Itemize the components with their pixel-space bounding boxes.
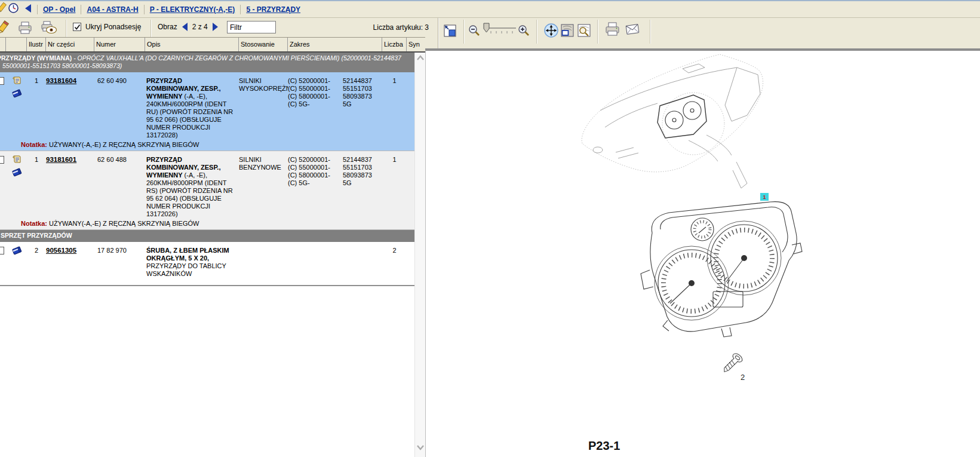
header-liczba: Liczba: [382, 38, 407, 51]
print-image-icon[interactable]: [604, 22, 620, 36]
catalogue-book-icon[interactable]: [11, 167, 22, 179]
catalogue-book-icon[interactable]: [11, 246, 22, 257]
row-checkbox[interactable]: [0, 156, 4, 164]
row-checkbox[interactable]: [0, 77, 4, 85]
divider: [597, 20, 598, 44]
group-header-przyrzady: PRZYRZĄDY (WYMIANA) - OPRÓCZ VAUXHALL'A …: [0, 53, 414, 72]
breadcrumb-link-group[interactable]: 5 - PRZYRZĄDY: [246, 5, 300, 14]
history-clock-icon[interactable]: [8, 2, 19, 16]
quantity-cell: 1: [382, 154, 407, 163]
description-cell: PRZYRZĄD KOMBINOWANY, ZESP., WYMIENNY (-…: [145, 154, 239, 218]
previous-image-icon[interactable]: [182, 23, 188, 31]
zoom-window-icon[interactable]: [577, 23, 591, 38]
group-header-sprzet: SPRZĘT PRZYRZĄDÓW: [0, 230, 414, 242]
zoom-in-icon[interactable]: [517, 24, 531, 38]
parts-table: PRZYRZĄDY (WYMIANA) - OPRÓCZ VAUXHALL'A …: [0, 53, 414, 286]
edit-tool-icon[interactable]: [0, 20, 9, 36]
illustration-number: 1: [27, 75, 46, 84]
part-number-link[interactable]: 90561305: [46, 247, 76, 254]
header-opis: Opis: [145, 38, 239, 51]
divider: [144, 5, 145, 14]
row-note: Notatka: UŻYWANY(-A,-E) Z RĘCZNĄ SKRZYNI…: [0, 218, 414, 229]
header-icons-column: [6, 38, 27, 51]
mail-icon[interactable]: [625, 23, 640, 36]
illustration-panel[interactable]: 1 2 P23-1: [425, 50, 980, 457]
illustration-number: 1: [27, 154, 46, 163]
zoom-region-icon[interactable]: [560, 23, 575, 38]
divider: [240, 5, 241, 14]
header-select-column: [0, 38, 6, 51]
row-note: Notatka: UŻYWANY(-A,-E) Z RĘCZNĄ SKRZYNI…: [0, 139, 414, 151]
back-arrow-icon[interactable]: [24, 4, 32, 16]
callout-1-label: 1: [763, 194, 766, 200]
hide-session-checkbox[interactable]: [73, 23, 81, 31]
catalog-number: 62 60 488: [94, 154, 145, 163]
catalog-number: 17 82 970: [94, 245, 145, 254]
dashboard-sketch: [582, 54, 763, 188]
header-ilustr: Ilustr: [27, 38, 46, 51]
instrument-cluster-drawing: [641, 202, 802, 337]
range-cell: (C) 52000001- (C) 55000001- (C) 58000001…: [288, 75, 382, 108]
catalogue-book-icon[interactable]: [11, 88, 22, 100]
breadcrumb-link-make[interactable]: OP - Opel: [43, 5, 75, 14]
note-scroll-icon[interactable]: [12, 76, 21, 88]
header-nr-czesci: Nr części: [46, 38, 94, 51]
table-row[interactable]: 2 90561305 17 82 970 ŚRUBA, Z ŁBEM PŁASK…: [0, 242, 414, 285]
illustration-number: 2: [27, 245, 46, 254]
description-cell: PRZYRZĄD KOMBINOWANY, ZESP., WYMIENNY (-…: [145, 75, 239, 139]
quantity-cell: 1: [382, 75, 407, 84]
image-nav-label: Obraz: [158, 23, 177, 31]
divider: [650, 20, 650, 44]
note-scroll-icon[interactable]: [12, 155, 21, 167]
header-zakres: Zakres: [288, 38, 382, 51]
print-preview-icon[interactable]: [41, 21, 57, 35]
description-cell: ŚRUBA, Z ŁBEM PŁASKIM OKRĄGŁYM, 5 X 20, …: [145, 245, 239, 278]
zoom-slider[interactable]: [481, 23, 518, 38]
table-row[interactable]: 1 93181604 62 60 490 PRZYRZĄD KOMBINOWAN…: [0, 72, 414, 151]
print-icon[interactable]: [18, 22, 32, 35]
breadcrumb-link-section[interactable]: P - ELEKTRYCZNY(-A,-E): [150, 5, 235, 14]
divider: [438, 18, 438, 48]
header-syn: Syn: [407, 38, 425, 51]
pan-tool-icon[interactable]: [543, 23, 559, 38]
filter-input[interactable]: [227, 21, 276, 33]
scroll-down-icon[interactable]: [416, 444, 425, 450]
catalog-number: 62 60 490: [94, 75, 145, 84]
illustration-page-label: P23-1: [588, 439, 620, 452]
image-position: 2 z 4: [192, 23, 208, 31]
divider: [536, 20, 537, 44]
hide-session-label: Ukryj Ponadsesję: [85, 23, 141, 31]
range-cell: (C) 52000001- (C) 55000001- (C) 58000001…: [288, 154, 382, 187]
breadcrumb-link-model[interactable]: A04 - ASTRA-H: [87, 5, 138, 14]
edit-icon[interactable]: [0, 2, 7, 17]
usage-cell: SILNIKI BENZYNOWE: [239, 154, 288, 171]
next-image-icon[interactable]: [213, 23, 218, 31]
divider: [81, 5, 81, 14]
quantity-cell: 2: [382, 245, 407, 254]
scroll-up-icon[interactable]: [416, 55, 425, 61]
article-count: Liczba artykułu: 3: [322, 23, 429, 32]
table-row[interactable]: 1 93181601 62 60 488 PRZYRZĄD KOMBINOWAN…: [0, 151, 414, 230]
row-checkbox[interactable]: [0, 247, 4, 254]
header-stosowanie: Stosowanie: [239, 38, 288, 51]
fit-to-window-icon[interactable]: [443, 23, 457, 38]
table-scrollbar[interactable]: [414, 50, 425, 457]
divider: [37, 5, 38, 14]
callout-1-marker[interactable]: 1: [760, 193, 769, 201]
usage-cell: SILNIKI WYSOKOPRĘŻNE: [239, 75, 288, 93]
header-numer: Numer: [94, 38, 145, 51]
breadcrumb: OP - Opel A04 - ASTRA-H P - ELEKTRYCZNY(…: [0, 0, 980, 18]
table-header: Ilustr Nr części Numer Opis Stosowanie Z…: [0, 37, 425, 53]
zoom-out-icon[interactable]: [468, 24, 481, 38]
divider: [463, 20, 464, 44]
part-number-link[interactable]: 93181601: [46, 156, 76, 163]
part-number-link[interactable]: 93181604: [46, 77, 76, 84]
callout-2-label: 2: [741, 373, 745, 382]
